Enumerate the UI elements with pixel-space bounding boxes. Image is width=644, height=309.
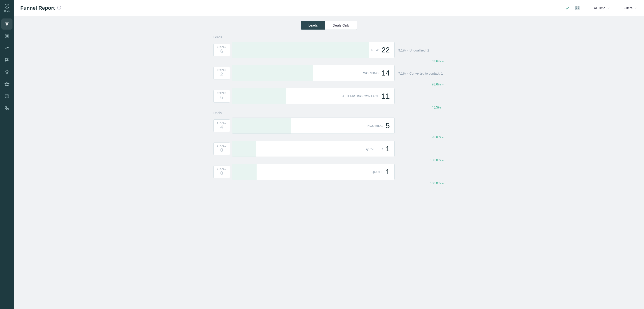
sidebar-item-lightbulb[interactable] (2, 66, 12, 78)
sidebar-nav (2, 16, 12, 309)
conversion-percent-3: 45.5% ⌄ (213, 106, 444, 109)
svg-point-0 (5, 4, 9, 8)
attempting-row-main: STAYED 6 ATTEMPTING CONTACT 11 (213, 88, 394, 105)
attempting-funnel-row: STAYED 6 ATTEMPTING CONTACT 11 (213, 88, 394, 104)
conversion-percent-1: 63.6% ⌄ (213, 59, 444, 63)
incoming-bar-wrapper (232, 118, 364, 133)
new-funnel-row: STAYED 6 NEW 22 (213, 42, 394, 58)
attempting-bar-area[interactable]: ATTEMPTING CONTACT 11 (232, 88, 394, 104)
chevron-down-icon-1: ⌄ (442, 60, 444, 63)
working-stayed-box: STAYED 2 (213, 67, 230, 79)
new-side-info: 9.1% › Unqualified: 2 (398, 48, 444, 52)
svg-marker-11 (5, 82, 9, 86)
chevron-down-icon-6: ⌄ (442, 182, 444, 185)
deals-section-label: Deals (213, 111, 444, 115)
filters-label: Filters (624, 6, 632, 10)
new-row-main: STAYED 6 NEW 22 (213, 42, 394, 59)
incoming-bar-fill (232, 118, 291, 133)
new-bar-wrapper (232, 42, 369, 58)
conversion-percent-5: 100.0% ⌄ (213, 158, 444, 162)
list-view-button[interactable] (563, 4, 572, 12)
quote-bar-wrapper (232, 164, 369, 180)
sidebar-item-phone[interactable] (2, 102, 12, 114)
svg-point-7 (7, 35, 8, 35)
chevron-down-icon-filters (634, 6, 638, 10)
new-stayed-box: STAYED 6 (213, 44, 230, 56)
quote-stayed-box: STAYED 0 (213, 166, 230, 178)
page-title: Funnel Report (20, 5, 55, 11)
svg-point-9 (6, 36, 7, 37)
working-funnel-row: STAYED 2 WORKING 14 (213, 65, 394, 81)
view-mode-toggle: Leads Deals Only (23, 21, 635, 30)
sidebar-item-palette[interactable] (2, 30, 12, 41)
header-actions: All Time Filters (558, 0, 644, 16)
all-time-label: All Time (594, 6, 606, 10)
chevron-right-icon-2: › (407, 72, 408, 75)
sidebar-item-star[interactable] (2, 78, 12, 90)
new-bar-area[interactable]: NEW 22 (232, 42, 394, 58)
grid-view-button[interactable] (573, 4, 582, 12)
svg-point-14 (7, 96, 7, 96)
leads-section-label: Leads (213, 35, 444, 39)
conversion-percent-6: 100.0% ⌄ (213, 181, 444, 185)
table-row: STAYED 6 ATTEMPTING CONTACT 11 (213, 88, 444, 105)
info-icon[interactable] (57, 5, 61, 11)
attempting-stayed-box: STAYED 6 (213, 90, 230, 102)
sidebar-item-activity[interactable] (2, 42, 12, 53)
main-content: Funnel Report (14, 0, 644, 309)
content-area: Leads Deals Only Leads STAYED 6 (14, 16, 644, 309)
table-row: STAYED 0 QUOTE 1 (213, 164, 444, 181)
qualified-stayed-box: STAYED 0 (213, 142, 230, 155)
table-row: STAYED 4 INCOMING 5 (213, 118, 444, 135)
view-toggle-area (558, 0, 587, 16)
chevron-right-icon: › (407, 49, 408, 52)
sidebar: Back (0, 0, 14, 309)
leads-toggle-button[interactable]: Leads (301, 21, 325, 29)
working-bar-wrapper (232, 65, 360, 81)
conversion-percent-4: 20.0% ⌄ (213, 135, 444, 139)
chevron-down-icon-3: ⌄ (442, 106, 444, 109)
incoming-bar-area[interactable]: INCOMING 5 (232, 118, 394, 134)
qualified-funnel-row: STAYED 0 QUALIFIED 1 (213, 141, 394, 157)
new-bar-fill (232, 42, 369, 58)
back-button[interactable]: Back (0, 0, 14, 16)
filters-button[interactable]: Filters (617, 0, 644, 16)
attempting-bar-wrapper (232, 88, 340, 104)
chevron-down-icon (607, 6, 610, 10)
qualified-bar-fill (232, 141, 256, 157)
quote-bar-area[interactable]: QUOTE 1 (232, 164, 394, 180)
quote-bar-fill (232, 164, 256, 180)
sidebar-item-target[interactable] (2, 90, 12, 102)
quote-funnel-row: STAYED 0 QUOTE 1 (213, 164, 394, 180)
svg-rect-19 (578, 6, 579, 8)
table-row: STAYED 0 QUALIFIED 1 (213, 141, 444, 158)
working-bar-fill (232, 65, 313, 81)
svg-point-8 (8, 36, 8, 37)
qualified-bar-area[interactable]: QUALIFIED 1 (232, 141, 394, 157)
incoming-funnel-row: STAYED 4 INCOMING 5 (213, 118, 394, 134)
sidebar-item-funnel[interactable] (2, 18, 12, 29)
chevron-down-icon-4: ⌄ (442, 135, 444, 139)
conversion-percent-2: 78.6% ⌄ (213, 82, 444, 86)
header-title-area: Funnel Report (14, 5, 558, 11)
working-row-main: STAYED 2 WORKING 14 (213, 65, 394, 82)
toggle-group: Leads Deals Only (301, 21, 357, 30)
chevron-down-icon-5: ⌄ (442, 158, 444, 162)
quote-row-main: STAYED 0 QUOTE 1 (213, 164, 394, 181)
table-row: STAYED 6 NEW 22 9.1% › (213, 42, 444, 59)
deals-only-toggle-button[interactable]: Deals Only (325, 21, 357, 29)
incoming-stayed-box: STAYED 4 (213, 119, 230, 132)
svg-point-5 (5, 34, 9, 38)
qualified-row-main: STAYED 0 QUALIFIED 1 (213, 141, 394, 158)
svg-rect-20 (576, 8, 577, 10)
working-bar-area[interactable]: WORKING 14 (232, 65, 394, 81)
svg-rect-18 (576, 6, 577, 8)
all-time-filter[interactable]: All Time (587, 0, 617, 16)
funnel-container: Leads STAYED 6 NEW (213, 35, 444, 185)
working-side-info: 7.1% › Converted to contact: 1 (398, 72, 444, 75)
attempting-bar-fill (232, 88, 286, 104)
table-row: STAYED 2 WORKING 14 7.1% (213, 65, 444, 82)
qualified-bar-wrapper (232, 141, 363, 157)
sidebar-item-flag[interactable] (2, 54, 12, 66)
svg-point-6 (6, 35, 6, 36)
